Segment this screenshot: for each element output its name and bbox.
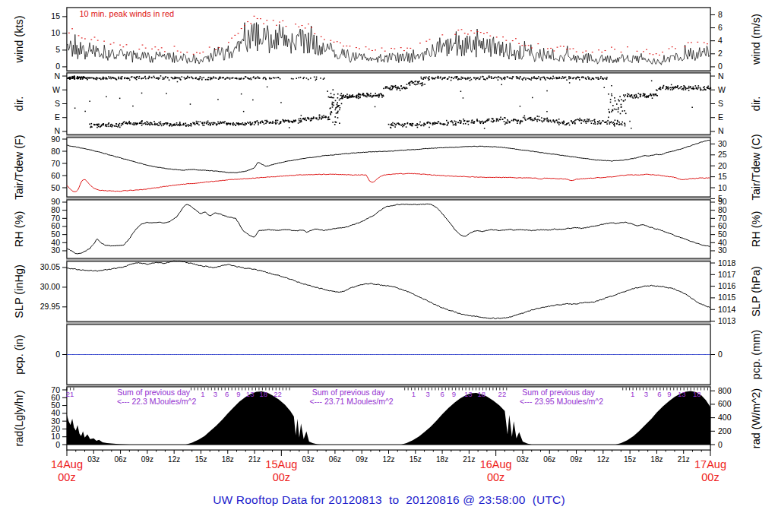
dir-dot [621, 123, 622, 125]
dir-dot [575, 78, 577, 80]
peak-wind-dot [406, 48, 408, 49]
dir-dot [606, 78, 607, 80]
dir-dot [337, 107, 338, 109]
dir-dot [301, 120, 302, 122]
dir-dot [154, 123, 156, 125]
dir-dot [133, 122, 134, 124]
dir-dot [391, 123, 393, 125]
dir-dot [536, 121, 538, 122]
dir-dot [546, 120, 548, 122]
dir-dot [305, 120, 307, 122]
dir-dot [607, 120, 609, 122]
dir-dot [127, 78, 128, 80]
axis-title-right-wind: wind (m/s) [750, 14, 762, 65]
dir-dot [343, 94, 344, 96]
dir-dot [100, 78, 101, 79]
peak-wind-dot [84, 38, 86, 39]
left-tick-label: 40 [51, 238, 60, 247]
dir-dot [72, 76, 74, 78]
dir-dot [482, 76, 483, 78]
cum-energy-label: 1 [412, 390, 416, 398]
dir-dot [444, 77, 446, 78]
dir-dot [166, 93, 167, 94]
dir-dot [188, 125, 189, 127]
peak-wind-dot [314, 33, 315, 34]
dir-dot [179, 122, 181, 123]
dir-dot [602, 78, 603, 80]
dir-dot [331, 112, 333, 113]
dir-dot [605, 122, 606, 123]
sum-annotation-line1: Sum of previous day [117, 388, 190, 397]
dir-dot [579, 118, 580, 119]
dir-dot [422, 78, 424, 80]
peak-wind-dot [669, 48, 670, 49]
dir-dot [491, 78, 492, 79]
dir-dot [543, 118, 545, 119]
peak-wind-dot [298, 27, 299, 27]
dir-dot [552, 76, 554, 78]
dir-dot [421, 78, 422, 80]
dir-dot [393, 87, 394, 88]
date-time-label: 00z [701, 471, 719, 483]
dir-dot [586, 78, 587, 80]
dir-dot [533, 76, 535, 78]
dir-dot [172, 78, 174, 80]
dir-dot [472, 119, 473, 121]
dir-dot [182, 125, 184, 126]
dir-dot [293, 122, 294, 124]
dir-dot [638, 93, 640, 94]
dir-dot [568, 122, 570, 124]
dir-dot [588, 119, 590, 121]
hour-label: 21z [463, 455, 475, 464]
dir-dot [289, 121, 290, 122]
dir-dot [229, 78, 231, 79]
dir-dot [586, 121, 587, 122]
peak-wind-dot [515, 38, 517, 39]
dir-dot [411, 124, 413, 125]
dir-dot [354, 96, 356, 97]
date-time-label: 00z [487, 471, 504, 483]
dir-dot [390, 87, 391, 89]
dir-dot [531, 77, 533, 78]
dir-dot [319, 119, 321, 120]
dir-dot [208, 124, 210, 125]
dir-dot [166, 124, 168, 125]
dir-dot [131, 77, 132, 78]
dir-dot [289, 122, 290, 123]
dir-dot [167, 78, 169, 79]
dir-dot [590, 121, 591, 122]
dir-dot [221, 122, 223, 124]
right-tick-label: 2 [718, 49, 723, 58]
dir-dot [356, 95, 357, 97]
dir-dot [595, 123, 596, 125]
dir-dot [590, 79, 592, 81]
dir-dot [152, 124, 153, 125]
dir-dot [455, 123, 457, 125]
dir-dot [510, 78, 511, 79]
dir-dot [571, 121, 572, 122]
dir-dot [710, 87, 712, 89]
dir-dot [508, 120, 509, 122]
dir-dot [305, 119, 306, 121]
dir-dot [132, 106, 134, 107]
hour-label: 21z [678, 455, 690, 464]
dir-dot [606, 122, 608, 123]
peak-wind-dot [215, 49, 217, 50]
dir-dot [161, 125, 163, 127]
dir-dot [353, 97, 354, 98]
peak-wind-dot [238, 33, 239, 34]
dir-dot [617, 121, 618, 122]
cum-energy-label: 18 [260, 390, 268, 398]
dir-dot [164, 123, 166, 125]
left-tick-label: 70 [51, 214, 60, 223]
dir-dot [137, 76, 138, 78]
dir-dot [535, 78, 536, 79]
dir-dot [644, 93, 646, 95]
dir-dot [349, 94, 351, 96]
dir-dot [689, 87, 691, 89]
dir-dot [255, 121, 257, 122]
dir-dot [491, 76, 492, 78]
dir-dot [701, 89, 702, 90]
dir-dot [585, 78, 587, 79]
dir-dot [421, 83, 422, 84]
